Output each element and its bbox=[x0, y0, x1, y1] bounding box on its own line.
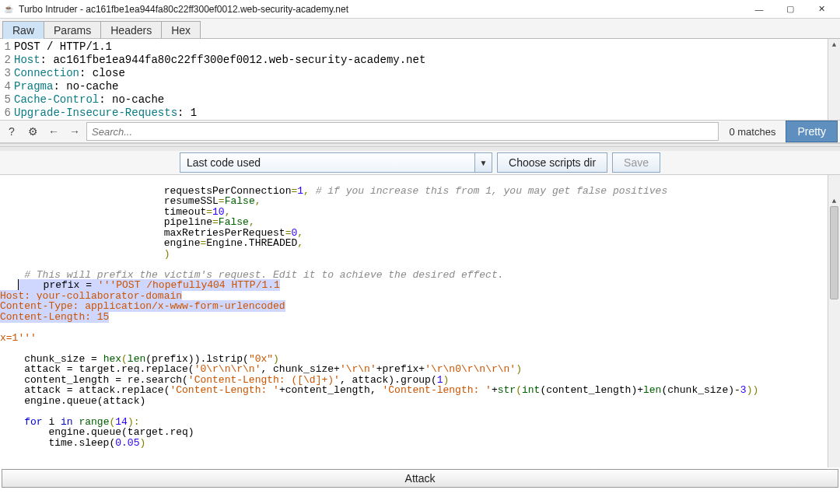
http-header-value: : 1 bbox=[177, 107, 197, 120]
code-text: ( bbox=[516, 384, 522, 396]
code-string: 'Content-length: ' bbox=[383, 384, 492, 396]
code-string: Content-Length: 15 bbox=[0, 311, 109, 323]
http-header-name: Connection bbox=[14, 67, 79, 80]
code-string: 'Content-Length: ' bbox=[170, 384, 278, 396]
http-header-name: Cache-Control bbox=[14, 93, 99, 107]
save-button[interactable]: Save bbox=[612, 152, 660, 173]
window-title: Turbo Intruder - ac161fbe1ea944fa80c22ff… bbox=[19, 4, 744, 15]
http-header-value: : no-cache bbox=[99, 93, 164, 107]
http-request-line: POST / HTTP/1.1 bbox=[14, 40, 112, 54]
code-text: ) bbox=[139, 437, 145, 449]
code-text: )) bbox=[747, 384, 759, 396]
code-text: engine.queue(attack) bbox=[0, 395, 145, 407]
search-toolbar: ? ⚙ ← → 0 matches Pretty bbox=[0, 120, 840, 143]
code-text: ) bbox=[0, 248, 170, 260]
app-icon: ☕ bbox=[3, 4, 14, 15]
tab-params[interactable]: Params bbox=[44, 21, 101, 38]
code-text: str bbox=[498, 384, 516, 396]
choose-scripts-button[interactable]: Choose scripts dir bbox=[497, 152, 607, 173]
raw-scrollbar[interactable]: ▲ bbox=[828, 39, 840, 120]
code-text: 0.05 bbox=[115, 437, 139, 449]
code-text: + bbox=[492, 384, 498, 396]
minimize-button[interactable]: — bbox=[744, 2, 775, 17]
scroll-thumb[interactable] bbox=[830, 206, 838, 299]
code-text: +content_length, bbox=[279, 384, 383, 396]
http-header-name: Host bbox=[14, 54, 40, 67]
scroll-up-icon[interactable]: ▲ bbox=[828, 39, 840, 51]
code-comment: # if you increase this from 1, you may g… bbox=[310, 185, 667, 197]
code-text: int bbox=[522, 384, 540, 396]
match-count: 0 matches bbox=[721, 126, 783, 138]
code-scrollbar[interactable]: ▲ bbox=[828, 175, 840, 467]
http-header-value: : no-cache bbox=[53, 80, 118, 93]
code-text: len bbox=[643, 384, 661, 396]
code-text: ) bbox=[516, 363, 522, 375]
line-number: 2 bbox=[0, 54, 14, 67]
line-number: 6 bbox=[0, 107, 14, 120]
line-number: 1 bbox=[0, 40, 14, 54]
code-text: (chunk_size)- bbox=[661, 384, 740, 396]
code-text: Engine.THREADED bbox=[206, 237, 297, 249]
line-number: 3 bbox=[0, 67, 14, 80]
close-button[interactable]: ✕ bbox=[806, 2, 837, 17]
help-icon[interactable]: ? bbox=[2, 122, 21, 141]
http-header-value: : close bbox=[79, 67, 125, 80]
gear-icon[interactable]: ⚙ bbox=[23, 122, 42, 141]
http-header-name: Pragma bbox=[14, 80, 53, 93]
code-text: 1 bbox=[297, 185, 303, 197]
code-string: x=1''' bbox=[0, 332, 37, 344]
code-text: (content_length)+ bbox=[540, 384, 643, 396]
attack-button[interactable]: Attack bbox=[2, 469, 838, 488]
script-chooser-bar: Last code used ▼ Choose scripts dir Save bbox=[0, 147, 840, 175]
request-tabs: Raw Params Headers Hex bbox=[0, 19, 840, 39]
code-text: 3 bbox=[740, 384, 747, 396]
script-combo[interactable]: Last code used ▼ bbox=[180, 152, 492, 173]
nav-prev-icon[interactable]: ← bbox=[44, 122, 63, 141]
pretty-button[interactable]: Pretty bbox=[786, 121, 838, 142]
http-header-value: : ac161fbe1ea944fa80c22ff300ef0012.web-s… bbox=[40, 54, 426, 67]
http-header-name: Upgrade-Insecure-Requests bbox=[14, 107, 177, 120]
chevron-down-icon[interactable]: ▼ bbox=[474, 153, 492, 172]
maximize-button[interactable]: ▢ bbox=[775, 2, 806, 17]
http-raw-view[interactable]: 1POST / HTTP/1.1 2Host: ac161fbe1ea944fa… bbox=[0, 39, 840, 120]
tab-headers[interactable]: Headers bbox=[100, 21, 162, 38]
code-editor[interactable]: requestsPerConnection=1, # if you increa… bbox=[0, 175, 840, 467]
tab-raw[interactable]: Raw bbox=[2, 21, 44, 38]
tab-hex[interactable]: Hex bbox=[161, 21, 201, 38]
nav-next-icon[interactable]: → bbox=[65, 122, 84, 141]
line-number: 5 bbox=[0, 93, 14, 107]
line-number: 4 bbox=[0, 80, 14, 93]
combo-text: Last code used bbox=[180, 156, 474, 169]
code-text: time.sleep( bbox=[0, 437, 115, 449]
search-input[interactable] bbox=[86, 122, 719, 141]
